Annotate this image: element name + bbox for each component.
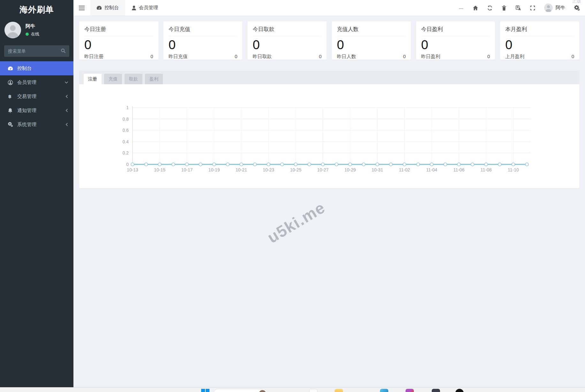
online-status-dot: [26, 33, 29, 36]
stat-footer-label: 昨日注册: [84, 54, 103, 60]
stats-row: 今日注册 0 昨日注册 0 今日充值 0 昨日充值 0 今日取款 0 昨日取款 …: [79, 21, 579, 60]
bitcoin-icon: ฿: [7, 94, 13, 99]
taskbar-app-colorful[interactable]: [406, 389, 414, 392]
sidebar-item-会员管理[interactable]: 会员管理: [0, 75, 73, 89]
svg-text:11-10: 11-10: [508, 167, 519, 172]
stat-title: 本月盈利: [505, 26, 574, 36]
stat-footer-value: 0: [572, 54, 574, 60]
taskbar-app-dark[interactable]: [432, 389, 440, 392]
sidebar-item-交易管理[interactable]: ฿ 交易管理: [0, 89, 73, 103]
chart-tab-充值[interactable]: 充值: [104, 74, 122, 84]
dashboard-icon: [96, 5, 102, 10]
svg-text:0.8: 0.8: [123, 117, 129, 122]
navbar-user-name: 阿牛: [556, 5, 565, 11]
taskbar-app-white[interactable]: [309, 389, 317, 392]
svg-text:10-23: 10-23: [263, 167, 274, 172]
chart-tab-取款[interactable]: 取款: [125, 74, 142, 84]
sidebar-item-label: 通知管理: [17, 108, 36, 114]
taskbar-search-pill[interactable]: [213, 389, 268, 392]
chart-card: 注册充值取款盈利 00.20.40.60.8110-1310-1510-1710…: [79, 71, 579, 188]
svg-text:10-31: 10-31: [372, 167, 383, 172]
taskbar-app-blue[interactable]: [380, 389, 388, 392]
member-icon: [7, 80, 13, 85]
main-area: 控制台 会员管理: [73, 0, 585, 392]
stat-footer-label: 上月盈利: [505, 54, 524, 60]
stat-footer-label: 昨日取款: [253, 54, 272, 60]
chart-tab-盈利[interactable]: 盈利: [145, 74, 163, 84]
fullscreen-icon[interactable]: [530, 5, 536, 11]
stat-card: 今日取款 0 昨日取款 0: [247, 21, 327, 60]
navbar-user[interactable]: 阿牛: [544, 4, 565, 12]
gears-icon: [7, 122, 13, 127]
license-tag: 正版: [572, 0, 581, 4]
svg-text:10-29: 10-29: [344, 167, 356, 172]
navbar-tab-会员管理[interactable]: 会员管理: [125, 0, 164, 16]
sidebar-item-控制台[interactable]: 控制台: [0, 61, 73, 75]
trash-icon[interactable]: [501, 5, 507, 11]
user-panel: 阿牛 在线: [0, 19, 73, 43]
stat-footer-value: 0: [403, 54, 406, 60]
start-icon[interactable]: [201, 389, 209, 392]
refresh-icon[interactable]: [487, 5, 493, 11]
chart-tab-strip: 注册充值取款盈利: [79, 71, 579, 84]
navbar-tab-label: 会员管理: [139, 5, 158, 11]
dashboard-icon: [7, 66, 13, 71]
svg-text:10-17: 10-17: [181, 167, 193, 172]
user-status-label: 在线: [31, 31, 39, 37]
home-icon[interactable]: [473, 5, 478, 11]
stat-footer-label: 昨日人数: [337, 54, 356, 60]
svg-text:10-25: 10-25: [290, 167, 301, 172]
stat-footer-value: 0: [235, 54, 237, 60]
navbar-tab-控制台[interactable]: 控制台: [90, 0, 125, 16]
search-input[interactable]: [4, 45, 69, 57]
stat-card: 本月盈利 0 上月盈利 0: [500, 21, 579, 60]
content: 今日注册 0 昨日注册 0 今日充值 0 昨日充值 0 今日取款 0 昨日取款 …: [73, 16, 585, 188]
stat-value: 0: [421, 37, 490, 52]
stat-value: 0: [253, 37, 322, 52]
svg-text:10-27: 10-27: [317, 167, 329, 172]
stat-title: 充值人数: [337, 26, 406, 36]
svg-text:0.2: 0.2: [123, 150, 129, 155]
stat-card: 今日注册 0 昨日注册 0: [79, 21, 158, 60]
svg-text:11-08: 11-08: [481, 167, 492, 172]
svg-text:11-04: 11-04: [426, 167, 437, 172]
navbar-tab-label: 控制台: [104, 5, 119, 11]
chevron-left-icon: [65, 109, 68, 112]
svg-text:0.4: 0.4: [123, 139, 129, 144]
search-icon[interactable]: [61, 48, 66, 53]
stat-title: 今日盈利: [421, 26, 490, 36]
navbar-avatar: [544, 4, 553, 12]
taskbar-app-black[interactable]: [455, 389, 464, 392]
sidebar-item-label: 交易管理: [17, 94, 36, 100]
stat-title: 今日注册: [84, 26, 153, 36]
settings-gears-icon[interactable]: [574, 5, 580, 11]
chart-tab-注册[interactable]: 注册: [84, 74, 102, 84]
stat-card: 今日充值 0 昨日充值 0: [163, 21, 243, 60]
stat-footer-label: 昨日充值: [169, 54, 188, 60]
translate-icon[interactable]: [515, 5, 521, 11]
svg-text:10-13: 10-13: [127, 167, 138, 172]
sidebar-item-系统管理[interactable]: 系统管理: [0, 117, 73, 132]
stat-footer-value: 0: [487, 54, 490, 60]
brand-title: 海外刷单: [0, 0, 73, 19]
svg-text:1: 1: [126, 105, 129, 110]
sidebar-item-通知管理[interactable]: 通知管理: [0, 103, 73, 117]
user-icon: [132, 5, 136, 11]
user-name: 阿牛: [26, 23, 39, 29]
svg-text:10-21: 10-21: [236, 167, 247, 172]
taskbar-app-folder[interactable]: [335, 389, 343, 392]
stat-title: 今日充值: [169, 26, 238, 36]
minimize-icon[interactable]: [458, 5, 464, 11]
navbar-right: 阿牛: [458, 0, 585, 16]
svg-text:10-15: 10-15: [154, 167, 165, 172]
stat-value: 0: [84, 37, 153, 52]
svg-text:0: 0: [126, 162, 129, 167]
sidebar-item-label: 会员管理: [17, 79, 36, 86]
stat-card: 充值人数 0 昨日人数 0: [332, 21, 411, 60]
svg-text:10-19: 10-19: [209, 167, 220, 172]
svg-text:11-02: 11-02: [399, 167, 410, 172]
sidebar-toggle-icon[interactable]: [73, 0, 90, 16]
os-taskbar: [0, 387, 585, 392]
svg-text:฿: ฿: [8, 94, 11, 99]
stat-card: 今日盈利 0 昨日盈利 0: [416, 21, 495, 60]
